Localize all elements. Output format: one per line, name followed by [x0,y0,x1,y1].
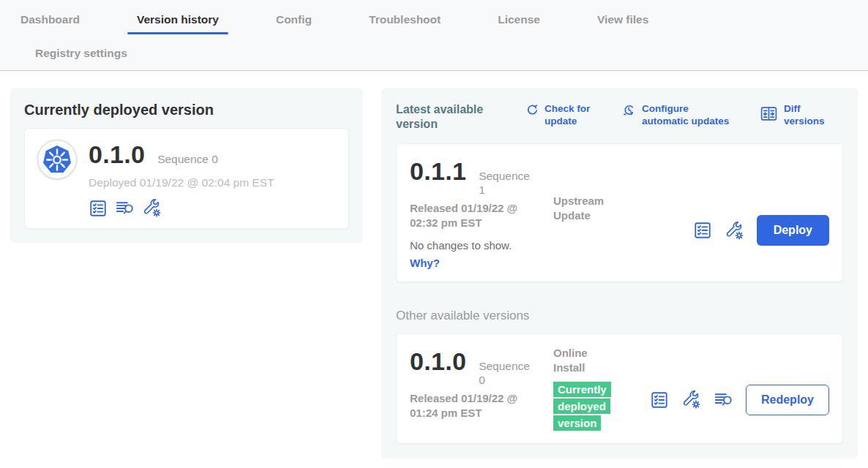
edit-config-icon[interactable] [725,221,744,241]
available-versions-panel: Latest available version Check for updat… [381,88,858,458]
preflight-checks-icon[interactable] [693,221,712,240]
diff-versions-link[interactable]: Diff versions [760,102,843,127]
tab-config[interactable]: Config [276,12,312,27]
latest-available-title: Latest available version [396,102,500,132]
why-link[interactable]: Why? [410,257,440,269]
other-version-card: 0.1.0 Sequence 0 Released 01/19/22 @ 01:… [396,333,843,444]
configure-automatic-updates-label: Configure automatic updates [642,102,733,127]
other-source-column: Online Install Currently deployed versio… [553,346,650,431]
latest-version-info: 0.1.1 Sequence 1 Released 01/19/22 @ 02:… [410,156,553,270]
latest-source-label: Upstream Update [553,194,615,223]
latest-released-timestamp: Released 01/19/22 @ 02:32 pm EST [410,201,528,230]
check-for-update-link[interactable]: Check for update [525,102,596,127]
latest-version-card: 0.1.1 Sequence 1 Released 01/19/22 @ 02:… [396,143,843,282]
currently-deployed-panel: Currently deployed version [10,88,363,243]
other-released-timestamp: Released 01/19/22 @ 01:24 pm EST [410,391,528,420]
other-versions-title: Other available versions [396,309,843,323]
tab-license[interactable]: License [498,12,540,27]
other-version-info: 0.1.0 Sequence 0 Released 01/19/22 @ 01:… [410,346,553,431]
latest-version-actions: Deploy [693,191,829,270]
deployed-sequence-label: Sequence 0 [157,153,218,166]
edit-config-icon[interactable] [142,198,162,218]
tab-registry-settings[interactable]: Registry settings [35,46,127,61]
diff-versions-label: Diff versions [784,102,843,127]
deploy-button[interactable]: Deploy [757,215,829,246]
latest-source-column: Upstream Update [553,156,693,270]
configure-automatic-updates-link[interactable]: Configure automatic updates [622,102,733,127]
kubernetes-logo-icon [37,139,78,180]
version-actions: Check for update Configure automatic upd… [525,102,843,127]
deployed-version-number: 0.1.0 [89,139,145,170]
check-for-update-label: Check for update [545,102,596,127]
nav-row-secondary: Registry settings [0,46,868,70]
other-source-label: Online Install [553,346,615,375]
diff-icon [760,105,778,126]
other-version-actions: Redeploy [650,368,829,431]
deployed-version-details: 0.1.0 Sequence 0 Deployed 01/19/22 @ 02:… [89,139,274,218]
other-sequence-label: Sequence 0 [479,359,534,387]
tab-view-files[interactable]: View files [597,12,648,27]
tab-version-history[interactable]: Version history [137,12,219,34]
nav-row-primary: Dashboard Version history Config Trouble… [0,12,868,34]
edit-config-icon[interactable] [681,390,701,410]
refresh-icon [525,103,539,120]
deploy-logs-icon[interactable] [714,390,733,410]
redeploy-button[interactable]: Redeploy [746,385,829,415]
main-content: Currently deployed version [0,71,868,458]
schedule-icon [622,103,636,120]
currently-deployed-badge-text: Currently deployed version [553,382,611,431]
deploy-logs-icon[interactable] [115,198,135,218]
no-changes-text: No changes to show. [410,239,553,252]
currently-deployed-badge: Currently deployed version [553,381,622,431]
deployed-version-card: 0.1.0 Sequence 0 Deployed 01/19/22 @ 02:… [24,128,349,229]
latest-sequence-label: Sequence 1 [479,169,534,197]
latest-version-number: 0.1.1 [410,156,466,186]
preflight-checks-icon[interactable] [650,390,669,410]
tab-troubleshoot[interactable]: Troubleshoot [369,12,441,27]
deployed-timestamp: Deployed 01/19/22 @ 02:04 pm EST [89,176,274,189]
top-navigation: Dashboard Version history Config Trouble… [0,0,868,71]
preflight-checks-icon[interactable] [89,199,108,218]
latest-available-header: Latest available version Check for updat… [396,102,843,132]
other-version-number: 0.1.0 [410,346,466,377]
currently-deployed-title: Currently deployed version [24,102,349,118]
tab-dashboard[interactable]: Dashboard [20,12,80,27]
